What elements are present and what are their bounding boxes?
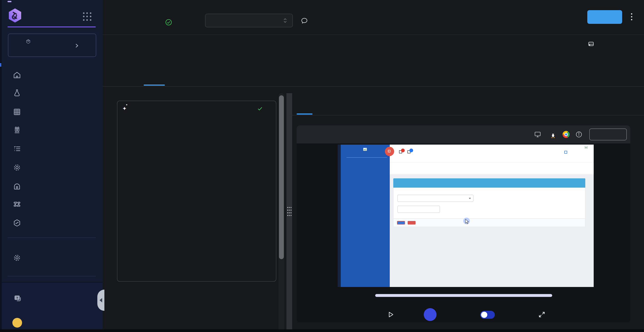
window-bottom-bar bbox=[0, 329, 644, 332]
bank-sidebar bbox=[341, 144, 390, 287]
logo-divider bbox=[8, 26, 96, 27]
home-icon bbox=[13, 71, 21, 79]
blue-badge bbox=[410, 148, 413, 152]
screen-edge-strip bbox=[0, 0, 2, 332]
video-tabs-divider bbox=[289, 115, 644, 116]
play-icon[interactable] bbox=[387, 311, 394, 318]
video-controls bbox=[296, 308, 630, 322]
video-url-bar bbox=[296, 126, 630, 144]
sidebar-item-settings[interactable] bbox=[2, 162, 103, 173]
bank-window-icon bbox=[399, 150, 402, 154]
sidebar-item-slack-integration[interactable] bbox=[2, 199, 103, 210]
check-icon bbox=[257, 106, 263, 112]
bank-account-select bbox=[398, 195, 474, 202]
sidebar: ? bbox=[2, 0, 103, 332]
bank-amount-input bbox=[398, 206, 440, 213]
dev-tools-button[interactable] bbox=[589, 128, 627, 140]
svg-text:?: ? bbox=[16, 296, 18, 300]
group-header[interactable]: ✦ bbox=[122, 103, 276, 114]
avatar[interactable] bbox=[12, 318, 22, 328]
monitor-icon bbox=[534, 131, 541, 138]
step-by-step-panel: ✦ bbox=[117, 92, 277, 332]
sparkle-icon: ✦ bbox=[122, 106, 131, 112]
sidebar-item-overview[interactable] bbox=[2, 70, 103, 80]
video-timeline-row bbox=[296, 290, 630, 301]
sidebar-divider bbox=[8, 276, 96, 276]
bank-window-icon bbox=[408, 150, 410, 154]
bank-topbar bbox=[390, 144, 594, 162]
bank-submit-button bbox=[397, 221, 405, 224]
bank-deposit-card bbox=[393, 178, 585, 227]
record-stop-button bbox=[385, 147, 394, 156]
gear-icon bbox=[13, 254, 21, 262]
gear-icon bbox=[13, 163, 21, 172]
linux-penguin-icon bbox=[550, 131, 556, 138]
bank-content bbox=[390, 174, 594, 287]
sidebar-item-tests[interactable] bbox=[2, 88, 103, 98]
main-area: ✦ bbox=[103, 0, 644, 332]
video-player-card bbox=[296, 126, 630, 322]
video-frame-bank-app bbox=[338, 144, 594, 287]
ai-step-group[interactable]: ✦ bbox=[117, 101, 276, 282]
run-test-button[interactable] bbox=[587, 10, 622, 24]
resize-grip-icon[interactable] bbox=[287, 207, 292, 216]
sidebar-item-cicd-integration[interactable] bbox=[2, 218, 103, 228]
collapse-arrow-icon bbox=[100, 298, 102, 302]
project-selector[interactable] bbox=[8, 34, 96, 57]
panel-divider-strip bbox=[286, 93, 292, 332]
header-divider bbox=[103, 34, 644, 35]
help-icon[interactable]: ? bbox=[13, 294, 22, 303]
tunnel-icon bbox=[13, 182, 21, 190]
bank-frame-edge bbox=[338, 144, 341, 287]
task-list-icon bbox=[13, 144, 21, 153]
tabs-divider bbox=[103, 86, 644, 86]
sidebar-item-test-suites[interactable] bbox=[2, 107, 103, 118]
bank-select-box bbox=[564, 151, 567, 154]
app-window: ? bbox=[0, 0, 644, 332]
steps-scrollbar[interactable] bbox=[278, 93, 284, 332]
mouse-cursor bbox=[463, 218, 471, 225]
edge-notch bbox=[0, 63, 1, 67]
red-badge bbox=[401, 148, 405, 152]
chrome-icon bbox=[562, 131, 570, 138]
bank-user-avatar-broken bbox=[584, 146, 588, 149]
cicd-hexagon-icon bbox=[13, 219, 21, 227]
scrollbar-thumb[interactable] bbox=[279, 95, 284, 259]
sidebar-item-tasks[interactable] bbox=[2, 144, 103, 154]
active-tab-underline bbox=[144, 84, 165, 86]
test-runs-icon bbox=[13, 126, 21, 134]
table-grid-icon bbox=[13, 108, 21, 116]
timeline-track[interactable] bbox=[375, 294, 552, 297]
chevron-right-icon bbox=[74, 43, 80, 48]
speed-2x-active[interactable] bbox=[424, 308, 436, 321]
sidebar-item-test-runs[interactable] bbox=[2, 125, 103, 136]
info-icon[interactable] bbox=[575, 131, 583, 138]
bank-card-header bbox=[393, 178, 585, 188]
breadcrumb bbox=[114, 6, 127, 11]
sidebar-item-project-settings[interactable] bbox=[2, 253, 103, 263]
fullscreen-icon[interactable] bbox=[538, 311, 546, 318]
passed-check-icon bbox=[165, 18, 172, 26]
environment-drive-icon bbox=[588, 40, 594, 47]
sidebar-divider bbox=[8, 238, 96, 238]
select-chevrons-icon bbox=[282, 17, 288, 24]
app-logo-icon bbox=[8, 8, 22, 23]
progress-bar bbox=[110, 54, 601, 62]
bank-reset-button bbox=[408, 221, 416, 224]
kebab-menu-icon[interactable] bbox=[631, 13, 632, 20]
active-video-tab-underline bbox=[296, 114, 312, 114]
apps-grid-icon[interactable] bbox=[83, 12, 92, 21]
comment-icon[interactable] bbox=[300, 17, 308, 25]
bank-page-header bbox=[390, 162, 594, 174]
failure-reason-select[interactable] bbox=[205, 14, 293, 27]
sidebar-item-tunnels[interactable] bbox=[2, 181, 103, 192]
bank-logo bbox=[341, 148, 390, 154]
skip-inactive-toggle[interactable] bbox=[480, 311, 495, 319]
slack-icon bbox=[13, 200, 21, 208]
project-box-icon bbox=[26, 39, 31, 44]
flask-icon bbox=[13, 89, 21, 97]
new-badge bbox=[8, 1, 12, 2]
